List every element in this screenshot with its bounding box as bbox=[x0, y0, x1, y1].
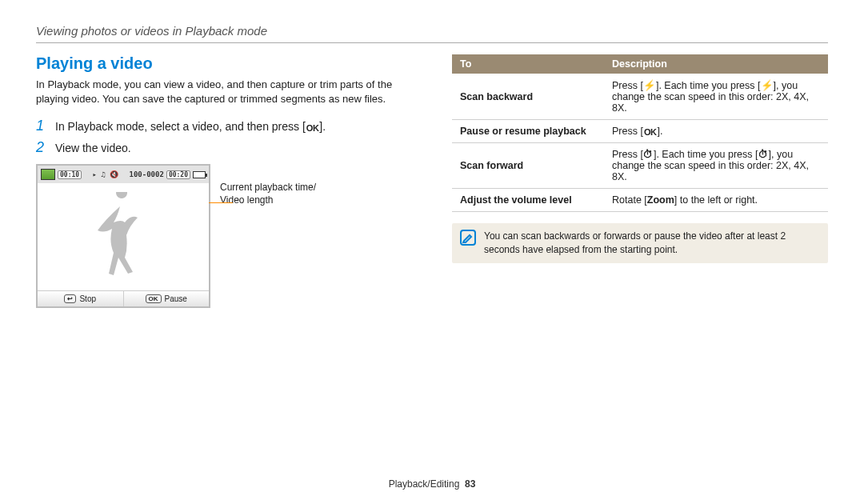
preview-topbar: 00:10 ▸ ♫ 🔇 100-0002 00:20 bbox=[38, 166, 209, 183]
video-frame bbox=[38, 183, 209, 289]
row-desc: Press [⏱]. Each time you press [⏱], you … bbox=[604, 143, 828, 189]
timer-icon: ⏱ bbox=[758, 149, 769, 160]
flash-icon: ⚡ bbox=[761, 80, 774, 91]
note-box: You can scan backwards or forwards or pa… bbox=[452, 223, 828, 263]
note-icon bbox=[460, 230, 476, 246]
table-row: Scan forward Press [⏱]. Each time you pr… bbox=[452, 143, 828, 189]
flash-icon: ⚡ bbox=[643, 80, 656, 91]
right-column: To Description Scan backward Press [⚡]. … bbox=[452, 54, 828, 308]
note-text: You can scan backwards or forwards or pa… bbox=[484, 230, 820, 257]
video-preview: 00:10 ▸ ♫ 🔇 100-0002 00:20 bbox=[36, 164, 210, 308]
ok-icon: OK bbox=[643, 127, 658, 137]
table-row: Adjust the volume level Rotate [Zoom] to… bbox=[452, 189, 828, 212]
row-desc: Rotate [Zoom] to the left or right. bbox=[604, 189, 828, 212]
callout-text: Current playback time/ Video length bbox=[220, 182, 316, 308]
step-text: In Playback mode, select a video, and th… bbox=[55, 120, 326, 133]
step-number: 2 bbox=[36, 139, 47, 156]
left-column: Playing a video In Playback mode, you ca… bbox=[36, 54, 412, 308]
total-time: 00:20 bbox=[166, 170, 190, 179]
film-icon bbox=[41, 169, 55, 180]
battery-icon bbox=[193, 171, 206, 178]
table-row: Pause or resume playback Press [OK]. bbox=[452, 120, 828, 143]
timer-icon: ⏱ bbox=[643, 149, 654, 160]
back-icon: ↩ bbox=[64, 294, 76, 303]
dancer-silhouette bbox=[91, 192, 155, 280]
callout-line bbox=[209, 202, 233, 203]
row-label: Scan forward bbox=[452, 143, 604, 189]
current-time: 00:10 bbox=[58, 170, 82, 179]
step-number: 1 bbox=[36, 118, 47, 134]
page-header: Viewing photos or videos in Playback mod… bbox=[36, 24, 828, 43]
row-desc: Press [OK]. bbox=[604, 120, 828, 143]
controls-table: To Description Scan backward Press [⚡]. … bbox=[452, 54, 828, 212]
pause-button[interactable]: OK Pause bbox=[124, 291, 210, 306]
intro-text: In Playback mode, you can view a video, … bbox=[36, 78, 412, 106]
step-1: 1 In Playback mode, select a video, and … bbox=[36, 118, 412, 134]
step-text: View the video. bbox=[55, 142, 131, 154]
step-2: 2 View the video. bbox=[36, 139, 412, 156]
table-row: Scan backward Press [⚡]. Each time you p… bbox=[452, 74, 828, 120]
ok-key-icon: OK bbox=[146, 294, 162, 303]
stop-button[interactable]: ↩ Stop bbox=[38, 291, 124, 306]
ok-icon: OK bbox=[306, 123, 320, 133]
file-counter: 100-0002 bbox=[130, 170, 164, 178]
section-title: Playing a video bbox=[36, 54, 412, 73]
row-desc: Press [⚡]. Each time you press [⚡], you … bbox=[604, 74, 828, 120]
page-footer: Playback/Editing 83 bbox=[0, 478, 864, 490]
th-to: To bbox=[452, 54, 604, 74]
row-label: Adjust the volume level bbox=[452, 189, 604, 212]
row-label: Pause or resume playback bbox=[452, 120, 604, 143]
th-desc: Description bbox=[604, 54, 828, 74]
row-label: Scan backward bbox=[452, 74, 604, 120]
misc-icons: ▸ ♫ 🔇 bbox=[92, 170, 118, 178]
